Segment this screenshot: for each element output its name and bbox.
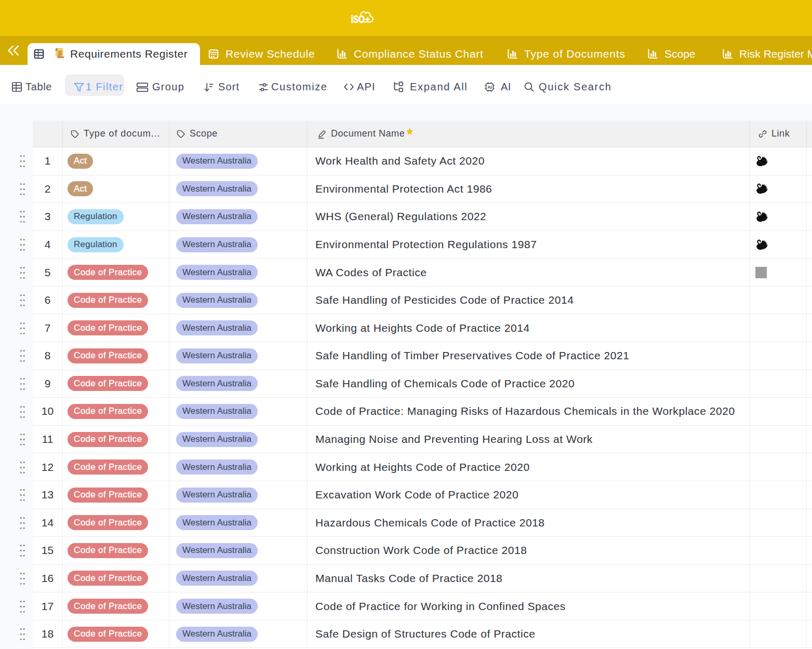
svg-text:iSO: iSO: [351, 13, 365, 24]
svg-text:AI: AI: [487, 85, 492, 90]
